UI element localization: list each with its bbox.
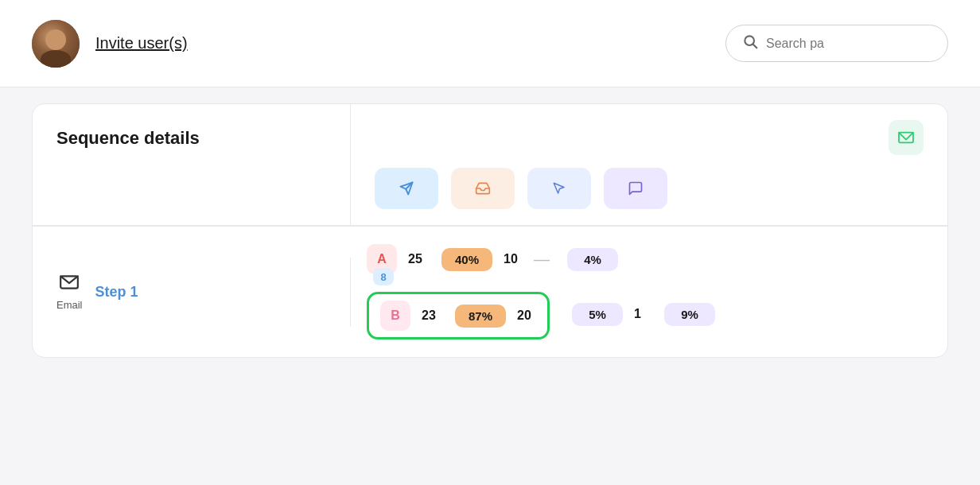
variant-a-unsub: 4%: [567, 248, 618, 271]
variant-a-dash: —: [534, 250, 556, 269]
email-step-icon: Email: [56, 274, 83, 311]
main-content: Sequence details: [0, 87, 980, 374]
cursor-action-btn[interactable]: [527, 168, 591, 209]
email-label: Email: [56, 299, 83, 311]
variant-a-percent: 40%: [441, 248, 492, 271]
variant-a-stats: 25 40% 10 — 4%: [408, 248, 931, 271]
comment-action-btn[interactable]: [604, 168, 667, 209]
sequence-details-title: Sequence details: [56, 128, 326, 149]
search-bar[interactable]: [725, 25, 948, 62]
svg-line-1: [753, 45, 757, 48]
variant-b-extra: 1: [634, 307, 653, 321]
email-badge-icon: [889, 120, 924, 155]
header-left: Invite user(s): [32, 20, 188, 68]
variant-b-badge: B: [380, 301, 410, 331]
step-info-cell: Email Step 1: [33, 258, 351, 327]
variant-a-replied: 10: [504, 252, 523, 266]
invite-users-link[interactable]: Invite user(s): [95, 34, 188, 52]
variant-b-unsub: 5%: [572, 303, 623, 326]
step-row: Email Step 1 A 25 40% 10 — 4%: [33, 226, 947, 357]
variant-a-row: A 25 40% 10 — 4% 8: [367, 239, 931, 279]
variant-b-small-count: 8: [373, 268, 394, 285]
icons-header-cell: [351, 104, 947, 225]
variant-a-count: 25: [408, 252, 430, 266]
step-label[interactable]: Step 1: [95, 284, 138, 301]
action-icons-row: [375, 168, 924, 209]
inbox-action-btn[interactable]: [451, 168, 515, 209]
variants-cell: A 25 40% 10 — 4% 8 B: [351, 227, 947, 357]
card-header-row: Sequence details: [33, 104, 947, 226]
email-icon-top: [375, 120, 924, 155]
variant-b-percent: 87%: [455, 305, 506, 328]
variant-b-extra-stats: 5% 1 9%: [572, 303, 715, 326]
variant-b-last: 9%: [664, 303, 715, 326]
sequence-card: Sequence details: [32, 103, 948, 358]
variant-b-row: B 23 87% 20 5% 1 9%: [367, 284, 931, 344]
variant-b-replied: 20: [517, 308, 536, 323]
avatar-image: [32, 20, 80, 68]
envelope-icon: [59, 274, 80, 296]
avatar-face: [45, 29, 66, 50]
search-input[interactable]: [766, 37, 893, 51]
green-highlight-box: B 23 87% 20: [367, 292, 550, 340]
avatar: [32, 20, 80, 68]
search-icon: [742, 33, 758, 53]
send-action-btn[interactable]: [375, 168, 438, 209]
header: Invite user(s): [0, 0, 980, 87]
variant-b-count: 23: [422, 308, 444, 323]
sequence-details-cell: Sequence details: [33, 104, 351, 225]
